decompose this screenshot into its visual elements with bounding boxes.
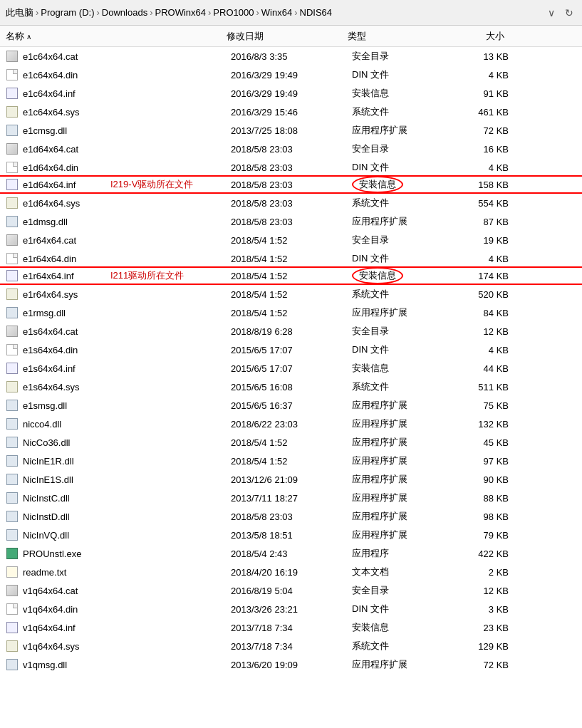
sep1: › — [36, 7, 38, 18]
table-row[interactable]: e1smsg.dll2015/6/5 16:37应用程序扩展75 KB — [0, 396, 582, 415]
breadcrumb-downloads[interactable]: Downloads — [102, 7, 147, 18]
table-row[interactable]: e1d64x64.din2018/5/8 23:03DIN 文件4 KB — [0, 158, 582, 177]
file-type: 安装信息 — [352, 267, 445, 284]
table-row[interactable]: v1q64x64.cat2016/8/19 5:04安全目录12 KB — [0, 581, 582, 600]
table-row[interactable]: e1r64x64.din2018/5/4 1:52DIN 文件4 KB — [0, 249, 582, 268]
file-icon — [6, 234, 19, 246]
file-name: e1dmsg.dll — [23, 217, 231, 227]
table-row[interactable]: v1q64x64.din2013/3/26 23:21DIN 文件3 KB — [0, 600, 582, 618]
file-icon — [6, 50, 19, 63]
table-row[interactable]: e1dmsg.dll2018/5/8 23:03应用程序扩展87 KB — [0, 212, 582, 231]
table-row[interactable]: NicCo36.dll2018/5/4 1:52应用程序扩展45 KB — [0, 433, 582, 452]
table-row[interactable]: NicInVQ.dll2013/5/8 18:51应用程序扩展79 KB — [0, 526, 582, 544]
address-bar-controls: ∨ ↻ — [545, 6, 576, 20]
file-type: DIN 文件 — [352, 68, 445, 81]
file-date: 2015/6/5 17:07 — [231, 363, 352, 374]
file-name: e1d64x64.sys — [23, 198, 231, 209]
file-name: NicInVQ.dll — [23, 530, 231, 541]
file-name: e1c64x64.sys — [23, 107, 231, 118]
file-icon — [6, 417, 19, 430]
dropdown-button[interactable]: ∨ — [545, 6, 558, 20]
file-size: 87 KB — [445, 217, 509, 227]
file-icon — [6, 399, 19, 412]
file-type: 安装信息 — [352, 362, 445, 375]
file-icon — [6, 473, 19, 486]
col-header-size[interactable]: 大小 — [440, 30, 504, 43]
table-row[interactable]: e1r64x64.sys2018/5/4 1:52系统文件520 KB — [0, 285, 582, 303]
table-row[interactable]: e1c64x64.cat2016/8/3 3:35安全目录13 KB — [0, 47, 582, 66]
breadcrumb-winx64[interactable]: Winx64 — [261, 7, 292, 18]
refresh-button[interactable]: ↻ — [562, 6, 576, 20]
file-date: 2018/5/4 1:52 — [231, 254, 352, 264]
table-row[interactable]: e1cmsg.dll2013/7/25 18:08应用程序扩展72 KB — [0, 121, 582, 140]
file-icon — [6, 436, 19, 449]
file-type: 应用程序扩展 — [352, 399, 445, 412]
file-size: 88 KB — [445, 493, 509, 504]
table-row[interactable]: e1d64x64.cat2018/5/8 23:03安全目录16 KB — [0, 140, 582, 158]
file-name: e1s64x64.din — [23, 345, 231, 355]
file-size: 72 KB — [445, 125, 509, 136]
file-icon — [6, 362, 19, 375]
table-row[interactable]: e1s64x64.din2015/6/5 17:07DIN 文件4 KB — [0, 340, 582, 359]
breadcrumb-prowinx64[interactable]: PROWinx64 — [155, 7, 206, 18]
file-type: DIN 文件 — [352, 252, 445, 265]
file-icon — [6, 584, 19, 597]
file-icon — [6, 547, 19, 560]
table-row[interactable]: v1q64x64.inf2013/7/18 7:34安装信息23 KB — [0, 618, 582, 637]
table-row[interactable]: e1r64x64.cat2018/5/4 1:52安全目录19 KB — [0, 231, 582, 249]
table-row[interactable]: NicInE1R.dll2018/5/4 1:52应用程序扩展97 KB — [0, 452, 582, 470]
file-type: 应用程序扩展 — [352, 417, 445, 430]
file-size: 12 KB — [445, 326, 509, 337]
table-row[interactable]: nicco4.dll2018/6/22 23:03应用程序扩展132 KB — [0, 415, 582, 433]
table-row[interactable]: e1s64x64.sys2015/6/5 16:08系统文件511 KB — [0, 378, 582, 396]
table-row[interactable]: e1c64x64.sys2016/3/29 15:46系统文件461 KB — [0, 103, 582, 121]
file-size: 44 KB — [445, 363, 509, 374]
table-row[interactable]: e1c64x64.inf2016/3/29 19:49安装信息91 KB — [0, 84, 582, 103]
file-size: 98 KB — [445, 511, 509, 522]
col-header-name[interactable]: 名称∧ — [6, 30, 227, 43]
table-row[interactable]: readme.txt2018/4/20 16:19文本文档2 KB — [0, 563, 582, 581]
table-row[interactable]: PROUnstl.exe2018/5/4 2:43应用程序422 KB — [0, 544, 582, 563]
file-size: 129 KB — [445, 641, 509, 652]
file-size: 4 KB — [445, 254, 509, 264]
address-bar: 此电脑 › Program (D:) › Downloads › PROWinx… — [0, 0, 582, 26]
table-row[interactable]: NicInstD.dll2018/5/8 23:03应用程序扩展98 KB — [0, 507, 582, 526]
breadcrumb-pro1000[interactable]: PRO1000 — [213, 7, 254, 18]
file-type: 应用程序扩展 — [352, 436, 445, 449]
file-icon — [6, 658, 19, 671]
table-row[interactable]: e1s64x64.inf2015/6/5 17:07安装信息44 KB — [0, 359, 582, 378]
file-type: DIN 文件 — [352, 161, 445, 174]
table-row[interactable]: e1d64x64.sys2018/5/8 23:03系统文件554 KB — [0, 194, 582, 212]
file-size: 132 KB — [445, 419, 509, 430]
file-date: 2016/3/29 19:49 — [231, 70, 352, 80]
file-date: 2013/7/18 7:34 — [231, 623, 352, 633]
breadcrumb-ndis64[interactable]: NDIS64 — [300, 7, 333, 18]
file-name: PROUnstl.exe — [23, 548, 231, 559]
table-row[interactable]: v1qmsg.dll2013/6/20 19:09应用程序扩展72 KB — [0, 655, 582, 674]
table-row[interactable]: NicInE1S.dll2013/12/6 21:09应用程序扩展90 KB — [0, 470, 582, 489]
col-header-date[interactable]: 修改日期 — [227, 30, 348, 43]
file-type: 应用程序扩展 — [352, 215, 445, 228]
file-date: 2018/5/8 23:03 — [231, 511, 352, 522]
file-name: v1q64x64.cat — [23, 586, 231, 596]
breadcrumb-drive[interactable]: Program (D:) — [41, 7, 94, 18]
file-date: 2013/7/18 7:34 — [231, 641, 352, 652]
table-row[interactable]: e1d64x64.inf2018/5/8 23:03安装信息158 KBI219… — [0, 175, 582, 194]
file-list: e1c64x64.cat2016/8/3 3:35安全目录13 KBe1c64x… — [0, 47, 582, 674]
col-header-type[interactable]: 类型 — [348, 30, 440, 43]
table-row[interactable]: e1c64x64.din2016/3/29 19:49DIN 文件4 KB — [0, 66, 582, 84]
file-size: 520 KB — [445, 289, 509, 300]
file-type: 安全目录 — [352, 234, 445, 246]
table-row[interactable]: NicInstC.dll2013/7/11 18:27应用程序扩展88 KB — [0, 489, 582, 507]
table-row[interactable]: v1q64x64.sys2013/7/18 7:34系统文件129 KB — [0, 637, 582, 655]
file-icon — [6, 621, 19, 634]
file-name: v1q64x64.din — [23, 604, 231, 615]
breadcrumb-pc[interactable]: 此电脑 — [6, 6, 33, 19]
file-name: e1c64x64.din — [23, 70, 231, 80]
table-row[interactable]: e1r64x64.inf2018/5/4 1:52安装信息174 KBI211驱… — [0, 266, 582, 285]
file-type: 应用程序扩展 — [352, 473, 445, 486]
file-name: e1d64x64.inf — [23, 180, 231, 190]
file-size: 12 KB — [445, 586, 509, 596]
table-row[interactable]: e1s64x64.cat2018/8/19 6:28安全目录12 KB — [0, 322, 582, 340]
table-row[interactable]: e1rmsg.dll2018/5/4 1:52应用程序扩展84 KB — [0, 303, 582, 322]
